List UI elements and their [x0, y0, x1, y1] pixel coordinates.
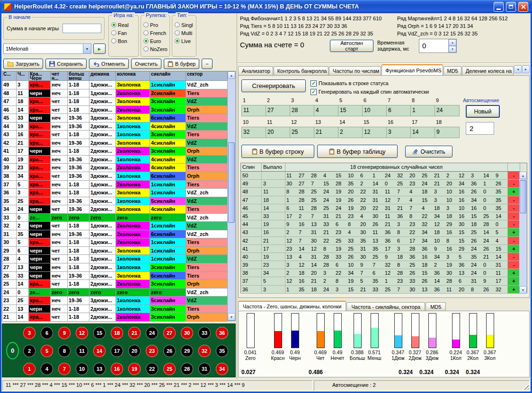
spinner-up-button[interactable]: ▲	[449, 39, 456, 46]
spin-row[interactable]: 4221кра...неч19-362дюжи...3колонка4сикла…	[2, 139, 228, 148]
spinner-down-button[interactable]: ▼	[449, 46, 456, 52]
freq-tab-Частота - сиклайны, сектора[interactable]: Частота - сиклайны, сектора	[346, 302, 425, 311]
generated-table-scrollbar[interactable]: ▲ ▼	[519, 172, 527, 294]
spin-row[interactable]: 4811черннеч1-181дюжи...2колонка2сиклайнT…	[2, 89, 228, 98]
spin-row[interactable]: 3525кра...неч19-363дюжи...1колонка5сикла…	[2, 197, 228, 206]
spin-row[interactable]: 2633черннеч19-363дюжи...3колонка6сиклайн…	[2, 272, 228, 280]
board-number-26[interactable]: 26	[163, 345, 176, 357]
scrollbar-thumb[interactable]	[228, 142, 235, 223]
tab-scroll-right-button[interactable]: ►	[522, 65, 530, 73]
radio-option-French[interactable]: French	[143, 29, 169, 37]
autoshift-input[interactable]: 2	[466, 122, 494, 135]
board-number-2[interactable]: 2	[23, 345, 35, 357]
spin-row[interactable]: 2325кра...неч19-363дюжи...1колонка5сикла…	[2, 297, 228, 305]
board-number-5[interactable]: 5	[41, 345, 53, 357]
radio-option-Fan[interactable]: Fan	[111, 29, 138, 37]
spin-row[interactable]: 2713черннеч1-182дюжи...1колонка3сиклайнT…	[2, 263, 228, 272]
load-button[interactable]: Загрузить	[3, 59, 43, 69]
board-number-0[interactable]: 0	[6, 342, 19, 359]
tab-Деление колеса на[interactable]: Деление колеса на	[462, 66, 514, 75]
generated-row[interactable]: 453317273121234301136822341816152514-	[241, 212, 527, 220]
board-number-4[interactable]: 4	[41, 363, 53, 375]
board-number-35[interactable]: 35	[216, 345, 228, 357]
scroll-down-button[interactable]: ▼	[519, 286, 527, 294]
board-number-19[interactable]: 19	[128, 363, 141, 375]
board-number-23[interactable]: 23	[146, 345, 158, 357]
copy-table-button[interactable]: В буфер таблицу	[317, 145, 398, 158]
spin-row[interactable]: 3424чернчет19-362дюжи...3колонка4сиклайн…	[2, 205, 228, 214]
spin-row[interactable]: 375кра...неч1-181дюжи...2колонка1сиклайн…	[2, 181, 228, 189]
radio-option-Pro[interactable]: Pro	[143, 21, 169, 29]
generated-row[interactable]: 46146112825241920223121741831016035-	[241, 204, 527, 212]
board-number-28[interactable]: 28	[181, 363, 193, 375]
scrollbar-thumb[interactable]	[520, 180, 526, 213]
save-button[interactable]: Сохранить	[45, 59, 87, 69]
board-number-7[interactable]: 7	[58, 363, 71, 375]
board-number-8[interactable]: 8	[58, 345, 71, 357]
board-number-27[interactable]: 27	[163, 327, 176, 339]
minimize-button[interactable]	[494, 2, 504, 12]
play-button[interactable]: ►	[93, 44, 106, 54]
spin-row[interactable]: 4316кра...чет1-182дюжи...1колонка3сиклай…	[2, 131, 228, 139]
generated-row[interactable]: 392331214286109732825182193624031-	[241, 261, 527, 269]
collapse-button[interactable]: −	[202, 59, 212, 69]
board-number-1[interactable]: 1	[23, 363, 35, 375]
generate-button[interactable]: Сгенерировать	[241, 79, 306, 92]
board-number-25[interactable]: 25	[163, 363, 176, 375]
board-number-31[interactable]: 31	[198, 363, 211, 375]
board-number-20[interactable]: 20	[128, 345, 141, 357]
spin-row[interactable]: 330ze...zerozerozerozerozeroVdZ_zch	[2, 214, 228, 222]
board-number-15[interactable]: 15	[93, 327, 106, 339]
spin-row[interactable]: 4533черннеч19-363дюжи...3колонка6сиклайн…	[2, 114, 228, 122]
radio-option-Real[interactable]: Real	[111, 21, 138, 29]
spin-row[interactable]: 3834кра...чет19-363дюжи...1колонка6сикла…	[2, 172, 228, 181]
board-number-33[interactable]: 33	[198, 327, 211, 339]
generated-row[interactable]: 47181282524192622311274153101634035-	[241, 196, 527, 204]
maximize-button[interactable]	[506, 2, 516, 12]
board-number-30[interactable]: 30	[181, 327, 193, 339]
checkbox-Генерировать на каждый спин автоматически[interactable]: ✓Генерировать на каждый спин автоматичес…	[310, 87, 429, 96]
copy-row-button[interactable]: В буфер строку	[241, 145, 314, 158]
generated-row[interactable]: 48118282524192022311174183101626035+	[241, 188, 527, 196]
generated-row[interactable]: 422112730222533351336617341081526244-	[241, 237, 527, 245]
close-button[interactable]	[518, 2, 528, 12]
new-button[interactable]: Новый	[466, 105, 500, 118]
spin-row[interactable]: 363кра...неч1-181дюжи...3колонка1сиклайн…	[2, 189, 228, 197]
radio-option-Singl[interactable]: Singl	[175, 21, 196, 29]
delay-spinner[interactable]: 0 ▲ ▼	[419, 39, 457, 53]
board-number-16[interactable]: 16	[111, 363, 123, 375]
undo-button[interactable]: Отменить	[89, 59, 129, 69]
radio-option-Bon[interactable]: Bon	[111, 37, 138, 45]
autospin-start-button[interactable]: Автоспин старт	[330, 40, 373, 52]
board-number-12[interactable]: 12	[76, 327, 88, 339]
generated-row[interactable]: 4117231412819253135173283691629242615+	[241, 245, 527, 253]
spin-row[interactable]: 3135черннеч19-363дюжи...2колонка6сиклайн…	[2, 230, 228, 239]
preset-combobox[interactable]: 1Melonati ▼	[3, 44, 91, 54]
board-number-17[interactable]: 17	[111, 345, 123, 357]
clear-button[interactable]: Очистить	[131, 59, 161, 69]
board-number-21[interactable]: 21	[128, 327, 141, 339]
generated-row[interactable]: 375121621281953512333261428631917+	[241, 277, 527, 285]
board-number-3[interactable]: 3	[23, 327, 35, 339]
spin-row[interactable]: 4117черннеч1-182дюжи...2колонка3сиклайнO…	[2, 147, 228, 156]
start-sum-input[interactable]	[62, 24, 101, 33]
tab-MD5[interactable]: MD5	[443, 66, 461, 75]
tab-scroll-left-button[interactable]: ◄	[514, 65, 522, 73]
spin-row[interactable]: 284чернчет1-181дюжи...1колонка1сиклайнVd…	[2, 255, 228, 263]
clear-generated-button[interactable]: Очистить	[405, 146, 452, 157]
generated-row[interactable]: 36313518243152133257301336112082632+	[241, 286, 527, 294]
radio-option-NoZero[interactable]: NoZero	[143, 45, 169, 53]
generated-row[interactable]: 50112728415106124322025212123149-	[241, 172, 527, 180]
board-number-29[interactable]: 29	[181, 345, 193, 357]
tab-Контроль банкролла[interactable]: Контроль банкролла	[274, 66, 328, 75]
board-number-32[interactable]: 32	[198, 345, 211, 357]
generated-row[interactable]: 401913431283326302591836163435352114-	[241, 253, 527, 261]
spin-row[interactable]: 2114кра...чет1-182дюжи...2колонка3сиклай…	[2, 313, 228, 322]
board-number-11[interactable]: 11	[76, 345, 88, 357]
generated-row[interactable]: 49330277152835214025232421203436126-	[241, 180, 527, 188]
board-number-34[interactable]: 34	[216, 363, 228, 375]
tab-Функционал PsevdoMS[interactable]: Функционал PsevdoMS	[381, 64, 443, 75]
generated-row[interactable]: 44199161333682026213233212293018280-	[241, 220, 527, 228]
scroll-up-button[interactable]: ▲	[519, 172, 527, 179]
spin-row[interactable]: 4419кра...неч19-362дюжи...1колонка4сикла…	[2, 122, 228, 131]
